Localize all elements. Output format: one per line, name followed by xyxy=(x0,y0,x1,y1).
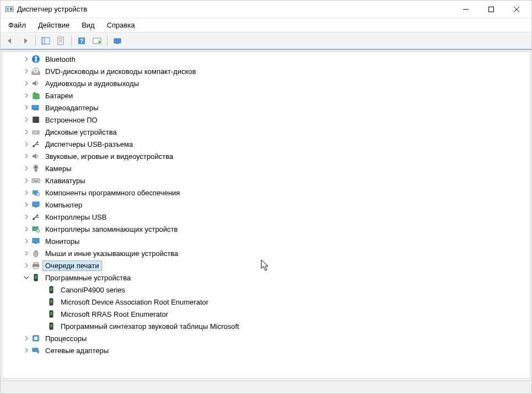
tree-node-audio-io[interactable]: Аудиовходы и аудиовыходы xyxy=(18,77,530,89)
svg-point-53 xyxy=(36,193,40,196)
tree-label: Компьютер xyxy=(43,200,84,210)
status-bar xyxy=(1,380,531,393)
action-button[interactable] xyxy=(90,34,104,47)
computer-icon xyxy=(31,200,41,209)
chevron-right-icon[interactable] xyxy=(22,115,31,124)
tree-node-processors[interactable]: Процессоры xyxy=(18,332,530,344)
svg-rect-79 xyxy=(34,337,37,340)
tree-node-print-queues[interactable]: Очереди печати xyxy=(18,259,530,271)
tree-label: Microsoft Device Association Root Enumer… xyxy=(58,297,211,307)
svg-rect-40 xyxy=(37,144,39,145)
svg-rect-1 xyxy=(7,8,9,9)
tree-node-video-adapters[interactable]: Видеоадаптеры xyxy=(18,102,530,114)
chevron-right-icon[interactable] xyxy=(22,103,31,112)
chevron-right-icon[interactable] xyxy=(22,164,31,173)
chevron-right-icon[interactable] xyxy=(22,91,31,100)
svg-rect-67 xyxy=(34,267,38,269)
tree-node-network-adapters[interactable]: Сетевые адаптеры xyxy=(18,344,530,356)
menu-view[interactable]: Вид xyxy=(76,20,100,30)
svg-rect-62 xyxy=(35,243,37,244)
tree-node-bluetooth[interactable]: Bluetooth xyxy=(18,53,530,65)
chevron-right-icon[interactable] xyxy=(22,140,31,148)
tree-node-computer[interactable]: Компьютер xyxy=(18,199,530,211)
tree-node-disk-drives[interactable]: Дисковые устройства xyxy=(18,126,530,138)
chevron-right-icon[interactable] xyxy=(22,79,31,88)
chevron-right-icon[interactable] xyxy=(22,334,31,343)
svg-point-39 xyxy=(37,142,39,143)
svg-rect-43 xyxy=(35,169,37,172)
show-hide-console-button[interactable] xyxy=(39,34,53,47)
tree-label: Компоненты программного обеспечения xyxy=(43,188,182,198)
menu-help[interactable]: Справка xyxy=(101,20,141,30)
chevron-right-icon[interactable] xyxy=(22,225,31,233)
chevron-right-icon[interactable] xyxy=(22,346,31,355)
chevron-right-icon[interactable] xyxy=(22,249,31,258)
svg-point-37 xyxy=(37,132,39,133)
svg-rect-49 xyxy=(37,180,38,180)
svg-rect-29 xyxy=(33,117,39,123)
menu-action[interactable]: Действие xyxy=(33,20,75,30)
tree-label: Встроенное ПО xyxy=(43,115,100,125)
chevron-right-icon[interactable] xyxy=(22,67,31,76)
svg-rect-58 xyxy=(37,217,39,218)
tree-node-firmware[interactable]: Встроенное ПО xyxy=(18,114,530,126)
chevron-right-icon[interactable] xyxy=(22,200,31,209)
help-button[interactable]: ? xyxy=(74,34,89,47)
back-button[interactable] xyxy=(3,34,17,47)
software-device-icon xyxy=(46,297,56,306)
tree-node-monitors[interactable]: Мониторы xyxy=(18,235,530,247)
tree-label: Камеры xyxy=(43,164,74,173)
chevron-down-icon[interactable] xyxy=(22,273,31,282)
tree-node-batteries[interactable]: Батареи xyxy=(18,89,530,102)
tree-label: Диспетчеры USB-разъема xyxy=(43,140,135,149)
tree-node-sound-video-game[interactable]: Звуковые, игровые и видеоустройства xyxy=(18,150,530,162)
tree-label: Контроллеры USB xyxy=(43,212,109,222)
svg-rect-61 xyxy=(33,238,39,243)
svg-rect-9 xyxy=(42,38,45,44)
chevron-right-icon[interactable] xyxy=(22,152,31,161)
tree-node-cameras[interactable]: Камеры xyxy=(18,162,530,174)
tree-node-ms-wavetable-synth[interactable]: Программный синтезатор звуковой таблицы … xyxy=(33,320,530,332)
tree-node-usb-connector-managers[interactable]: Диспетчеры USB-разъема xyxy=(18,138,530,150)
tree-node-software-devices[interactable]: Программные устройства xyxy=(18,271,530,284)
chevron-right-icon[interactable] xyxy=(22,55,31,63)
svg-rect-28 xyxy=(33,109,39,110)
menu-file[interactable]: Файл xyxy=(3,20,31,30)
network-adapter-icon xyxy=(31,346,41,355)
tree-node-canon-ip4900[interactable]: CanoniP4900 series xyxy=(33,284,530,296)
tree-label: Программный синтезатор звуковой таблицы … xyxy=(58,322,241,331)
keyboard-icon xyxy=(31,176,41,185)
svg-point-22 xyxy=(35,70,37,72)
chevron-right-icon[interactable] xyxy=(22,127,31,136)
svg-rect-47 xyxy=(35,180,36,180)
monitor-icon xyxy=(31,237,41,246)
tree-node-storage-controllers[interactable]: Контроллеры запоминающих устройств xyxy=(18,223,530,235)
chevron-right-icon[interactable] xyxy=(22,176,31,185)
svg-rect-25 xyxy=(36,94,39,99)
bluetooth-icon xyxy=(31,55,41,63)
device-tree[interactable]: Bluetooth DVD-дисководы и дисководы комп… xyxy=(2,51,530,379)
chevron-right-icon[interactable] xyxy=(22,212,31,221)
tree-node-ms-rras[interactable]: Microsoft RRAS Root Enumerator xyxy=(33,308,530,320)
properties-button[interactable] xyxy=(54,34,68,47)
tree-node-usb-controllers[interactable]: Контроллеры USB xyxy=(18,211,530,223)
forward-button[interactable] xyxy=(18,34,33,47)
tree-node-mice[interactable]: Мыши и иные указывающие устройства xyxy=(18,247,530,259)
chevron-right-icon[interactable] xyxy=(22,188,31,197)
minimize-button[interactable] xyxy=(453,1,479,18)
tree-node-software-components[interactable]: Компоненты программного обеспечения xyxy=(18,187,530,199)
svg-rect-18 xyxy=(116,43,119,44)
tree-node-keyboards[interactable]: Клавиатуры xyxy=(18,174,530,187)
scan-hardware-button[interactable] xyxy=(110,34,125,47)
close-button[interactable] xyxy=(504,1,529,18)
chevron-right-icon[interactable] xyxy=(22,261,31,270)
tree-label: Microsoft RRAS Root Enumerator xyxy=(58,310,170,319)
maximize-button[interactable] xyxy=(479,1,504,18)
window-title: Диспетчер устройств xyxy=(17,5,453,13)
disc-drive-icon xyxy=(31,67,41,76)
tree-node-dvd[interactable]: DVD-дисководы и дисководы компакт-дисков xyxy=(18,65,530,77)
tree-node-ms-device-assoc[interactable]: Microsoft Device Association Root Enumer… xyxy=(33,296,530,308)
toolbar-separator xyxy=(35,35,36,46)
svg-rect-27 xyxy=(32,105,39,109)
chevron-right-icon[interactable] xyxy=(22,237,31,246)
